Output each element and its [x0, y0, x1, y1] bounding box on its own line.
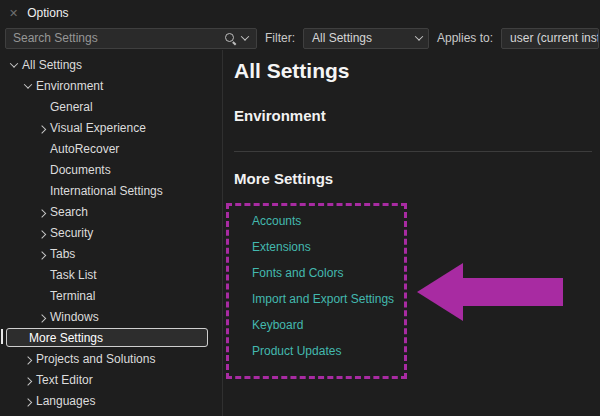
sidebar-item-search[interactable]: Search — [0, 201, 222, 222]
chevron-right-icon[interactable] — [20, 348, 36, 369]
link-accounts[interactable]: Accounts — [252, 208, 404, 234]
annotation-dashed-box: Accounts Extensions Fonts and Colors Imp… — [226, 203, 407, 379]
section-heading-more-settings: More Settings — [234, 169, 592, 188]
chevron-right-icon[interactable] — [34, 243, 50, 264]
link-import-and-export-settings[interactable]: Import and Export Settings — [252, 286, 404, 312]
filter-label: Filter: — [263, 31, 297, 45]
link-extensions[interactable]: Extensions — [252, 234, 404, 260]
tree-indent-spacer — [34, 285, 50, 306]
applies-to-label: Applies to: — [435, 31, 495, 45]
link-product-updates[interactable]: Product Updates — [252, 338, 404, 364]
settings-toolbar: Filter: All Settings Applies to: user (c… — [0, 26, 600, 50]
section-divider — [234, 151, 592, 152]
search-icon[interactable] — [223, 31, 238, 46]
sidebar-item-general[interactable]: General — [0, 96, 222, 117]
chevron-right-icon[interactable] — [20, 390, 36, 411]
chevron-down-icon — [412, 29, 426, 48]
tree-indent-spacer — [34, 96, 50, 117]
annotation-arrow-left-icon — [417, 263, 563, 321]
sidebar-item-terminal[interactable]: Terminal — [0, 285, 222, 306]
settings-tree: All Settings Environment General Visual … — [0, 54, 222, 416]
sidebar-item-all-settings[interactable]: All Settings — [0, 54, 222, 75]
page-title: All Settings — [234, 58, 592, 84]
sidebar-item-languages[interactable]: Languages — [0, 390, 222, 411]
tree-indent-spacer — [34, 159, 50, 180]
sidebar-item-documents[interactable]: Documents — [0, 159, 222, 180]
sidebar-item-task-list[interactable]: Task List — [0, 264, 222, 285]
chevron-right-icon[interactable] — [34, 201, 50, 222]
search-options-chevron-down-icon[interactable] — [238, 29, 252, 48]
search-box[interactable] — [5, 28, 257, 49]
search-input[interactable] — [6, 31, 223, 45]
tree-indent-spacer — [34, 264, 50, 285]
filter-dropdown-value: All Settings — [312, 31, 372, 45]
tree-indent-spacer — [34, 180, 50, 201]
sidebar-item-projects-and-solutions[interactable]: Projects and Solutions — [0, 348, 222, 369]
link-keyboard[interactable]: Keyboard — [252, 312, 404, 338]
active-item-indicator — [1, 329, 3, 344]
dialog-icon: ✕ — [9, 8, 18, 19]
sidebar-item-text-editor[interactable]: Text Editor — [0, 369, 222, 390]
chevron-right-icon[interactable] — [34, 222, 50, 243]
chevron-right-icon[interactable] — [34, 306, 50, 327]
arrow-shaft — [463, 278, 563, 306]
arrow-head — [417, 263, 463, 321]
dialog-title-bar: ✕ Options — [0, 0, 600, 26]
sidebar-item-visual-experience[interactable]: Visual Experience — [0, 117, 222, 138]
chevron-down-icon[interactable] — [20, 75, 36, 96]
dialog-title: Options — [27, 6, 68, 20]
chevron-down-icon[interactable] — [6, 54, 22, 75]
sidebar-item-security[interactable]: Security — [0, 222, 222, 243]
sidebar-item-autorecover[interactable]: AutoRecover — [0, 138, 222, 159]
applies-to-value[interactable]: user (current install) — [501, 28, 599, 49]
tree-indent-spacer — [34, 138, 50, 159]
sidebar-item-tabs[interactable]: Tabs — [0, 243, 222, 264]
chevron-right-icon[interactable] — [20, 369, 36, 390]
filter-dropdown[interactable]: All Settings — [303, 28, 429, 49]
link-fonts-and-colors[interactable]: Fonts and Colors — [252, 260, 404, 286]
sidebar-item-international-settings[interactable]: International Settings — [0, 180, 222, 201]
sidebar-item-environment[interactable]: Environment — [0, 75, 222, 96]
sidebar-item-more-settings[interactable]: More Settings — [6, 328, 208, 347]
sidebar-item-windows[interactable]: Windows — [0, 306, 222, 327]
section-heading-environment: Environment — [234, 106, 592, 125]
more-settings-links: Accounts Extensions Fonts and Colors Imp… — [229, 206, 404, 364]
chevron-right-icon[interactable] — [34, 117, 50, 138]
